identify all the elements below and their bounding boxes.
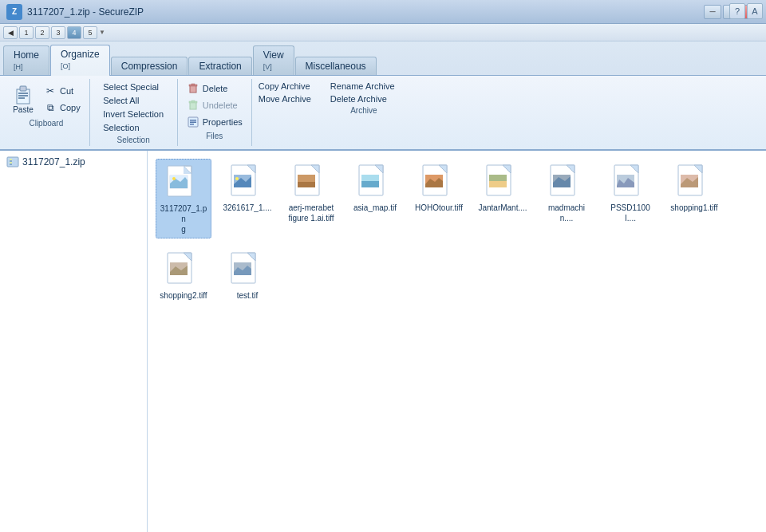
file-icon-tiff-1 — [228, 162, 267, 200]
file-icon-tiff-3 — [356, 162, 394, 200]
file-label-4: HOHOtour.tiff — [415, 203, 463, 213]
files-group: Delete Undelete — [178, 79, 252, 146]
qat-btn-2[interactable]: 2 — [35, 26, 49, 39]
delete-button[interactable]: Delete — [183, 81, 232, 97]
svg-point-31 — [235, 177, 239, 180]
qat-btn-5[interactable]: 5 — [83, 26, 97, 39]
move-archive-button[interactable]: Move Archive — [257, 93, 313, 104]
file-icon-tiff-8 — [675, 162, 713, 200]
copy-icon: ⧉ — [44, 101, 57, 114]
properties-button[interactable]: Properties — [183, 114, 247, 130]
rename-archive-button[interactable]: Rename Archive — [329, 81, 397, 92]
file-icon-tiff-7 — [611, 162, 650, 200]
svg-rect-3 — [18, 95, 28, 97]
file-label-0: 3117207_1.png — [160, 203, 207, 234]
file-label-2: aerj-merabet figure 1.ai.tiff — [286, 203, 336, 223]
file-label-3: asia_map.tif — [353, 203, 397, 213]
help-button[interactable]: ? — [729, 3, 745, 19]
file-item-7[interactable]: PSSD1100I.... — [602, 159, 658, 238]
svg-rect-7 — [192, 84, 195, 85]
file-item-6[interactable]: madmachin.... — [539, 159, 594, 238]
svg-rect-19 — [10, 162, 12, 164]
file-icon-tiff-5 — [484, 162, 522, 200]
qat-arrow[interactable]: ▼ — [99, 29, 105, 36]
svg-rect-5 — [190, 85, 196, 93]
tab-miscellaneous[interactable]: Miscellaneous — [295, 57, 377, 75]
delete-icon — [187, 82, 199, 95]
file-icon-png — [164, 163, 203, 201]
paste-button[interactable]: Paste — [8, 81, 38, 117]
svg-rect-18 — [10, 160, 12, 162]
file-item-9[interactable]: shopping2.tiff — [156, 246, 211, 304]
svg-rect-13 — [190, 122, 196, 124]
file-item-5[interactable]: JantarMant.... — [475, 159, 531, 238]
file-item-2[interactable]: aerj-merabet figure 1.ai.tiff — [283, 159, 339, 238]
paste-icon — [12, 83, 34, 105]
files-label: Files — [206, 132, 223, 140]
minimize-button[interactable]: ─ — [704, 5, 721, 19]
copy-button[interactable]: ⧉ Copy — [40, 100, 85, 116]
cut-button[interactable]: ✂ Cut — [40, 83, 85, 99]
svg-rect-10 — [192, 100, 195, 102]
file-icon-tiff-6 — [547, 162, 586, 200]
sidebar-zip-label: 3117207_1.zip — [22, 156, 85, 167]
file-label-8: shopping1.tiff — [670, 203, 717, 213]
letter-button[interactable]: A — [747, 3, 763, 19]
undelete-button[interactable]: Undelete — [183, 97, 242, 113]
copy-archive-button[interactable]: Copy Archive — [257, 81, 313, 92]
tab-organize[interactable]: Organize [O] — [50, 45, 110, 75]
selection-content: Select Special Select All Invert Selecti… — [99, 81, 168, 134]
tab-home[interactable]: Home [H] — [3, 45, 49, 75]
clipboard-label: Clipboard — [29, 119, 63, 128]
svg-rect-12 — [190, 120, 196, 121]
app-icon: Z — [6, 4, 22, 20]
archive-group: Copy Archive Move Archive Rename Archive… — [252, 79, 476, 146]
main-area: 3117207_1.zip 3117207_1.pn — [0, 151, 766, 532]
sidebar: 3117207_1.zip — [0, 151, 148, 532]
archive-right: Rename Archive Delete Archive — [329, 81, 397, 104]
select-all-button[interactable]: Select All — [99, 94, 143, 107]
file-icon-tiff-10 — [228, 250, 267, 288]
tab-view[interactable]: View [V] — [253, 45, 294, 75]
ribbon-content: Paste ✂ Cut ⧉ Copy Clipboard — [0, 75, 766, 149]
file-item-0[interactable]: 3117207_1.png — [156, 159, 211, 238]
qat-btn-1[interactable]: 1 — [19, 26, 34, 39]
tab-compression[interactable]: Compression — [111, 57, 188, 75]
delete-archive-button[interactable]: Delete Archive — [329, 93, 397, 104]
tab-extraction[interactable]: Extraction — [188, 57, 251, 75]
svg-rect-15 — [7, 157, 18, 167]
svg-rect-17 — [10, 159, 12, 160]
undelete-icon — [187, 99, 199, 112]
sidebar-item-zip[interactable]: 3117207_1.zip — [3, 154, 144, 170]
properties-icon — [187, 116, 199, 128]
invert-selection-button[interactable]: Invert Selection — [99, 108, 168, 120]
svg-rect-14 — [190, 124, 194, 125]
paste-label: Paste — [13, 105, 34, 115]
selection-group: Select Special Select All Invert Selecti… — [90, 79, 178, 146]
file-item-8[interactable]: shopping1.tiff — [666, 159, 722, 238]
back-button[interactable]: ◀ — [3, 26, 18, 39]
file-label-1: 3261617_1.... — [223, 203, 271, 213]
file-item-10[interactable]: test.tif — [219, 246, 275, 304]
file-item-1[interactable]: 3261617_1.... — [219, 159, 275, 238]
file-item-3[interactable]: asia_map.tif — [347, 159, 403, 238]
select-special-button[interactable]: Select Special — [99, 81, 163, 93]
archive-content: Copy Archive Move Archive Rename Archive… — [257, 81, 471, 104]
selection-button[interactable]: Selection — [99, 121, 143, 134]
clipboard-group: Paste ✂ Cut ⧉ Copy Clipboard — [3, 79, 90, 146]
archive-label: Archive — [350, 106, 377, 115]
qat-btn-4[interactable]: 4 — [67, 26, 81, 39]
svg-rect-1 — [20, 86, 26, 91]
qat-btn-3[interactable]: 3 — [51, 26, 65, 39]
svg-rect-2 — [18, 93, 28, 94]
file-icon-tiff-4 — [420, 162, 458, 200]
file-label-9: shopping2.tiff — [160, 290, 207, 301]
svg-rect-4 — [18, 97, 25, 99]
selection-label: Selection — [117, 136, 150, 144]
ribbon: Home [H] Organize [O] Compression Extrac… — [0, 41, 766, 151]
file-item-4[interactable]: HOHOtour.tiff — [411, 159, 467, 238]
ribbon-tab-bar: Home [H] Organize [O] Compression Extrac… — [0, 41, 766, 75]
svg-rect-35 — [298, 182, 315, 187]
quick-access-toolbar: ◀ 1 2 3 4 5 ▼ — [0, 24, 766, 41]
clipboard-content: Paste ✂ Cut ⧉ Copy — [8, 81, 85, 117]
